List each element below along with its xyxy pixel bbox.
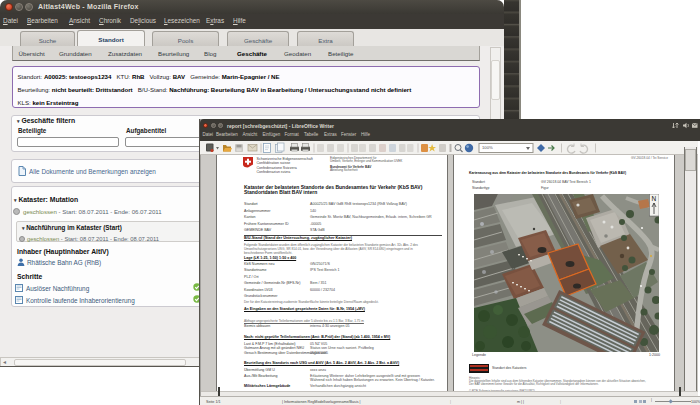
- svg-text:100%: 100%: [482, 145, 493, 150]
- svg-text:N: N: [652, 195, 657, 202]
